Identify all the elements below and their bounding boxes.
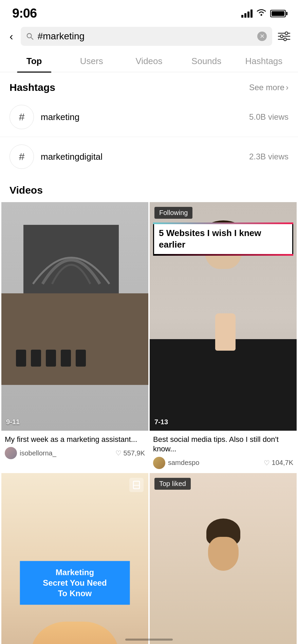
hashtag-name-marketingdigital: marketingdigital xyxy=(41,152,103,162)
search-input[interactable]: #marketing xyxy=(38,31,253,42)
video-author-1: isobellorna_ xyxy=(5,447,56,459)
video-card-3[interactable]: MarketingSecret You NeedTo Know xyxy=(1,473,148,644)
search-icon xyxy=(26,33,34,40)
tab-users[interactable]: Users xyxy=(63,50,120,72)
marketing-overlay: MarketingSecret You NeedTo Know xyxy=(20,561,130,605)
hashtag-icon-marketingdigital: # xyxy=(10,144,34,169)
tab-bar: Top Users Videos Sounds Hashtags xyxy=(0,50,298,72)
filter-button[interactable] xyxy=(277,29,291,43)
video-timestamp-1: 9-11 xyxy=(6,418,20,426)
hashtag-item-marketingdigital[interactable]: # marketingdigital 2.3B views xyxy=(0,138,298,175)
video-text-overlay-2: 5 Websites I wish I knew earlier xyxy=(153,222,293,256)
battery-fill xyxy=(272,11,284,16)
status-bar: 9:06 xyxy=(0,0,298,24)
following-badge: Following xyxy=(154,207,192,219)
video-likes-1: ♡ 557,9K xyxy=(115,449,145,457)
status-icons xyxy=(241,8,286,19)
video-thumbnail-1: 9-11 xyxy=(1,202,148,431)
author-name-2: samdespo xyxy=(168,459,199,467)
art-decoration xyxy=(23,225,119,305)
svg-point-6 xyxy=(280,35,283,38)
svg-point-8 xyxy=(284,38,286,41)
hashtag-views-marketing: 5.0B views xyxy=(249,112,288,122)
video-info-1: My first week as a marketing assistant..… xyxy=(1,431,148,462)
hashtags-section-header: Hashtags See more › xyxy=(0,72,298,99)
search-clear-button[interactable]: ✕ xyxy=(257,32,267,41)
videos-title: Videos xyxy=(0,182,298,202)
video-grid: 9-11 My first week as a marketing assist… xyxy=(0,202,298,644)
heart-icon-2: ♡ xyxy=(264,459,270,467)
videos-section: Videos xyxy=(0,175,298,644)
see-more-button[interactable]: See more › xyxy=(249,83,288,92)
heart-icon-1: ♡ xyxy=(115,449,122,457)
video-author-2: samdespo xyxy=(153,457,199,469)
battery-icon xyxy=(270,10,286,17)
wifi-icon xyxy=(256,8,267,19)
video-description-2: Best social media tips. Also I still don… xyxy=(153,435,293,454)
video-timestamp-2: 7-13 xyxy=(154,418,168,426)
author-name-1: isobellorna_ xyxy=(20,449,56,457)
video-card-2[interactable]: Following 5 Websites I wish I knew earli… xyxy=(150,202,297,472)
author-avatar-2 xyxy=(153,457,165,469)
signal-icon xyxy=(241,9,253,18)
video-meta-2: samdespo ♡ 104,7K xyxy=(153,457,293,469)
video-thumbnail-2: Following 5 Websites I wish I knew earli… xyxy=(150,202,297,431)
status-time: 9:06 xyxy=(12,6,37,21)
signal-bar-4 xyxy=(250,9,253,18)
search-header: ‹ #marketing ✕ xyxy=(0,24,298,50)
marketing-overlay-text: MarketingSecret You NeedTo Know xyxy=(26,567,123,599)
signal-bar-3 xyxy=(247,12,249,18)
video-card-1[interactable]: 9-11 My first week as a marketing assist… xyxy=(1,202,148,472)
video-thumbnail-3: MarketingSecret You NeedTo Know xyxy=(1,473,148,644)
hashtag-views-marketingdigital: 2.3B views xyxy=(249,152,288,161)
video-info-2: Best social media tips. Also I still don… xyxy=(150,431,297,472)
filter-icon xyxy=(277,31,291,42)
back-button[interactable]: ‹ xyxy=(7,29,16,44)
video-likes-2: ♡ 104,7K xyxy=(264,459,293,467)
svg-point-0 xyxy=(261,14,262,16)
top-liked-badge: Top liked xyxy=(154,478,191,490)
save-icon-3 xyxy=(129,478,144,492)
video-thumbnail-4: Top liked xyxy=(150,473,297,644)
hashtags-title: Hashtags xyxy=(10,82,55,93)
video-meta-1: isobellorna_ ♡ 557,9K xyxy=(5,447,145,459)
hashtag-item-marketing[interactable]: # marketing 5.0B views xyxy=(0,99,298,135)
hashtag-name-marketing: marketing xyxy=(41,112,79,122)
home-bar xyxy=(125,639,173,641)
svg-point-4 xyxy=(285,32,288,35)
tab-videos[interactable]: Videos xyxy=(120,50,178,72)
signal-bar-2 xyxy=(244,13,246,18)
divider xyxy=(0,137,298,137)
overlay-text-2: 5 Websites I wish I knew earlier xyxy=(159,228,287,251)
video-description-1: My first week as a marketing assistant..… xyxy=(5,435,145,445)
hashtag-icon-marketing: # xyxy=(10,105,34,129)
signal-bar-1 xyxy=(241,15,243,18)
svg-line-2 xyxy=(31,37,33,39)
tab-top[interactable]: Top xyxy=(5,50,63,72)
tab-sounds[interactable]: Sounds xyxy=(178,50,235,72)
content-area: Hashtags See more › # marketing 5.0B vie… xyxy=(0,72,298,644)
video-card-4[interactable]: Top liked xyxy=(150,473,297,644)
author-avatar-1 xyxy=(5,447,17,459)
tab-hashtags[interactable]: Hashtags xyxy=(235,50,293,72)
search-bar[interactable]: #marketing ✕ xyxy=(21,27,272,46)
